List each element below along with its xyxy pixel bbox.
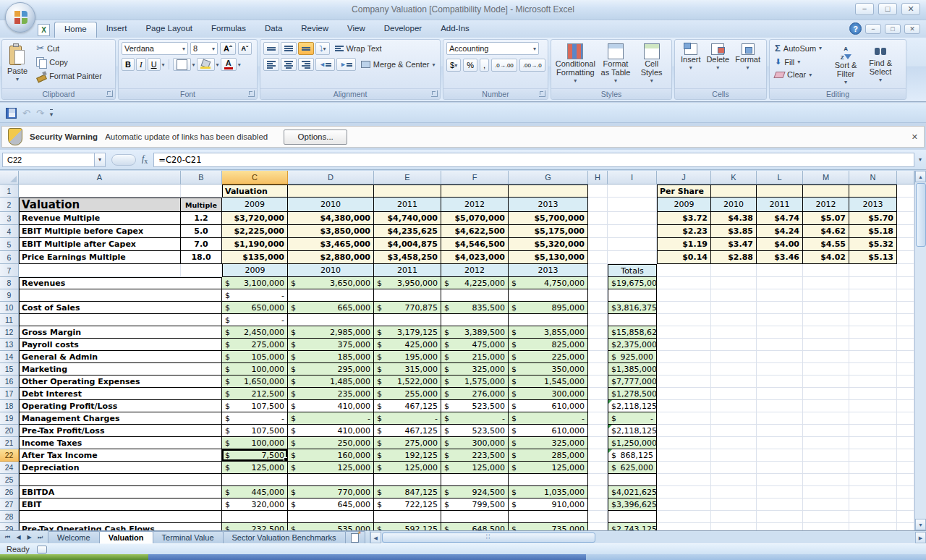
cell-C21[interactable]: $100,000 [222,437,288,449]
cell-J28[interactable] [657,511,711,523]
cell-K29[interactable] [711,523,757,530]
cell-K1[interactable] [711,184,757,198]
cell-C20[interactable]: $107,500 [222,425,288,437]
conditional-formatting-button[interactable]: Conditional Formatting ▾ [555,42,595,87]
cell-D7[interactable]: 2010 [288,264,374,277]
ribbon-tab-view[interactable]: View [338,22,375,38]
delete-cells-button[interactable]: Delete ▾ [704,42,731,74]
cell-F6[interactable]: $4,023,000 [441,251,509,264]
scroll-up-icon[interactable]: ▲ [915,171,926,182]
cell-E7[interactable]: 2011 [374,264,441,277]
cell-J21[interactable] [657,437,711,449]
select-all-corner[interactable] [0,171,19,184]
cell-J6[interactable]: $0.14 [657,251,711,264]
row-header-16[interactable]: 16 [0,376,19,388]
cell-H6[interactable] [588,251,608,264]
cell-H24[interactable] [588,462,608,474]
increase-decimal-button[interactable]: .0→.00 [491,59,517,72]
vertical-scrollbar[interactable]: ▲ ▼ [914,171,926,530]
cell-B4[interactable]: 5.0 [181,225,222,238]
column-header-e[interactable]: E [374,171,441,184]
cell-G16[interactable]: $1,545,000 [509,376,588,388]
cell-L29[interactable] [757,523,803,530]
cell-B7[interactable] [181,264,222,277]
cell-I4[interactable] [608,225,657,238]
cell-G29[interactable]: $735,000 [509,523,588,530]
cell-L21[interactable] [757,437,803,449]
cell-N10[interactable] [849,302,897,314]
cell-x25[interactable] [897,474,914,486]
cell-E6[interactable]: $3,458,250 [374,251,441,264]
increase-indent-button[interactable]: ► [336,58,356,71]
cell-B6[interactable]: 18.0 [181,251,222,264]
cell-I12[interactable]: $15,858,625 [608,326,657,339]
cell-H7[interactable] [588,264,608,277]
row-header-4[interactable]: 4 [0,225,19,238]
orientation-button[interactable]: ⤵▾ [315,42,330,55]
cell-N24[interactable] [849,462,897,474]
cell-A6[interactable]: Price Earnings Multiple [19,251,181,264]
cell-D4[interactable]: $3,850,000 [288,225,374,238]
row-header-25[interactable]: 25 [0,474,19,486]
cell-K3[interactable]: $4.38 [711,212,757,225]
cell-K9[interactable] [711,289,757,302]
cell-I15[interactable]: $1,385,000 [608,363,657,376]
cell-M10[interactable] [803,302,849,314]
save-icon[interactable] [6,108,17,119]
first-sheet-icon[interactable]: ⏮ [3,534,12,541]
cell-M20[interactable] [803,425,849,437]
cell-J13[interactable] [657,339,711,351]
column-header-l[interactable]: L [757,171,803,184]
cell-J20[interactable] [657,425,711,437]
cell-K22[interactable] [711,449,757,462]
cell-H9[interactable] [588,289,608,302]
cell-K5[interactable]: $3.47 [711,238,757,251]
cell-x12[interactable] [897,326,914,339]
cell-C2[interactable]: 2009 [222,198,288,212]
cell-G28[interactable] [509,511,588,523]
ribbon-tab-home[interactable]: Home [54,22,97,38]
row-header-5[interactable]: 5 [0,238,19,251]
cell-E3[interactable]: $4,740,000 [374,212,441,225]
cell-K13[interactable] [711,339,757,351]
cell-I14[interactable]: $925,000 [608,351,657,363]
cell-F13[interactable]: $475,000 [441,339,509,351]
office-button[interactable] [5,2,35,33]
cell-E13[interactable]: $425,000 [374,339,441,351]
cell-C9[interactable]: $- [222,289,288,302]
cell-M14[interactable] [803,351,849,363]
font-size-select[interactable]: 8▾ [190,42,218,55]
cell-D6[interactable]: $2,880,000 [288,251,374,264]
cell-N29[interactable] [849,523,897,530]
clear-button[interactable]: Clear▾ [773,69,824,80]
cell-H2[interactable] [588,198,608,212]
cell-L20[interactable] [757,425,803,437]
cell-K19[interactable] [711,412,757,425]
sheet-tab-valuation[interactable]: Valuation [99,531,153,543]
cell-K14[interactable] [711,351,757,363]
row-header-1[interactable]: 1 [0,184,19,198]
cell-H13[interactable] [588,339,608,351]
cell-F26[interactable]: $924,500 [441,486,509,499]
cell-x24[interactable] [897,462,914,474]
underline-button[interactable]: U [148,58,161,71]
cell-J19[interactable] [657,412,711,425]
workbook-minimize-button[interactable]: − [865,24,881,34]
cell-N15[interactable] [849,363,897,376]
row-header-26[interactable]: 26 [0,486,19,499]
cell-x22[interactable] [897,449,914,462]
cell-G4[interactable]: $5,175,000 [509,225,588,238]
cell-K18[interactable] [711,400,757,412]
cell-K2[interactable]: 2010 [711,198,757,212]
top-align-button[interactable] [263,42,279,55]
cell-L19[interactable] [757,412,803,425]
cell-C10[interactable]: $650,000 [222,302,288,314]
cell-L17[interactable] [757,388,803,400]
cell-K27[interactable] [711,499,757,511]
cell-D29[interactable]: $535,000 [288,523,374,530]
cell-E19[interactable]: $- [374,412,441,425]
cell-N22[interactable] [849,449,897,462]
cell-x15[interactable] [897,363,914,376]
cell-A24[interactable]: Depreciation [19,462,222,474]
cell-N21[interactable] [849,437,897,449]
